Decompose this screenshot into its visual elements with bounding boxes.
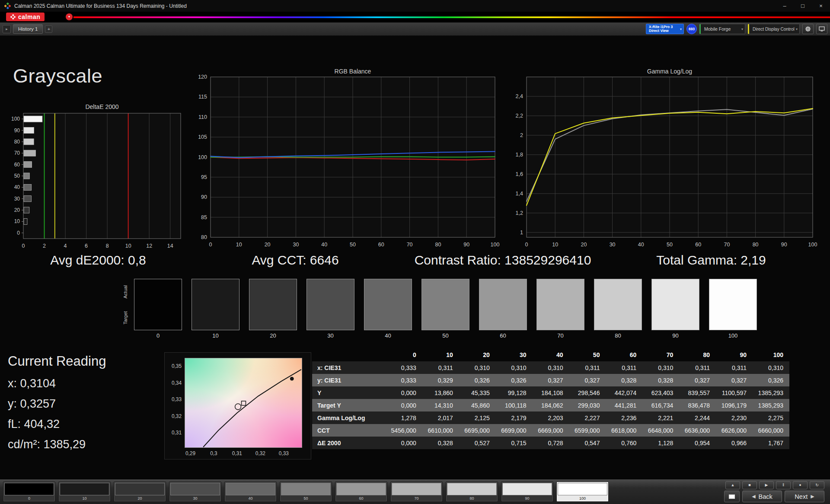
column-header-60: 60 — [606, 348, 642, 361]
svg-text:10: 10 — [552, 242, 558, 248]
svg-text:80: 80 — [753, 242, 759, 248]
pause-icon-button[interactable]: ‖ — [776, 481, 791, 489]
deltae-bar-90 — [24, 128, 34, 134]
table-row: y: CIE310,3330,3290,3260,3260,3270,3270,… — [312, 374, 789, 386]
pattern-window-button[interactable] — [724, 491, 740, 502]
pattern-button-10[interactable]: 10 — [58, 482, 111, 502]
next-arrow-icon: ▶ — [811, 494, 814, 499]
pattern-button-50[interactable]: 50 — [280, 482, 332, 502]
next-button[interactable]: Next ▶ — [785, 491, 824, 502]
table-cell: 299,030 — [569, 399, 606, 411]
pattern-button-40[interactable]: 40 — [224, 482, 277, 502]
table-cell: 0,310 — [642, 361, 679, 374]
patch-level-label: 60 — [479, 332, 527, 339]
svg-text:DeltaE 2000: DeltaE 2000 — [85, 103, 118, 110]
svg-text:12: 12 — [146, 243, 152, 249]
pattern-button-60[interactable]: 60 — [335, 482, 387, 502]
svg-text:80: 80 — [201, 234, 207, 240]
rgb-balance-chart: RGB Balance01020304050607080901001201151… — [192, 67, 508, 256]
pattern-button-70[interactable]: 70 — [390, 482, 443, 502]
svg-text:10: 10 — [125, 243, 131, 249]
reading-cdm2: cd/m²: 1385,29 — [8, 438, 106, 451]
calman-window: Calman 2025 Calman Ultimate for Business… — [0, 0, 830, 504]
svg-text:30: 30 — [293, 242, 299, 248]
table-cell: 6599,000 — [569, 424, 606, 437]
patch-level-label: 50 — [421, 332, 469, 339]
svg-text:100: 100 — [198, 154, 207, 160]
contrast-ratio-readout: Contrast Ratio: 138529296410 — [415, 253, 591, 268]
table-cell: 0,328 — [606, 374, 642, 386]
svg-text:90: 90 — [781, 242, 787, 248]
back-button[interactable]: ◀ Back — [742, 491, 782, 502]
deltae-bar-60 — [24, 162, 32, 168]
table-cell: 2,236 — [606, 411, 642, 424]
eject-icon-button[interactable]: ▲ — [725, 481, 740, 489]
svg-text:1: 1 — [520, 230, 523, 236]
pattern-buttons: 0102030405060708090100 — [3, 482, 609, 502]
svg-text:120: 120 — [198, 74, 207, 80]
svg-text:0: 0 — [209, 242, 212, 248]
svg-text:4: 4 — [64, 243, 67, 249]
svg-text:50: 50 — [350, 242, 356, 248]
svg-text:0,31: 0,31 — [172, 430, 182, 436]
table-cell: 0,527 — [459, 437, 496, 449]
pattern-button-0[interactable]: 0 — [3, 482, 55, 502]
next-label: Next — [795, 493, 808, 500]
pattern-button-30[interactable]: 30 — [169, 482, 221, 502]
svg-text:100: 100 — [491, 242, 500, 248]
svg-text:50: 50 — [667, 242, 673, 248]
table-cell: 298,546 — [569, 386, 606, 399]
pattern-button-90[interactable]: 90 — [501, 482, 553, 502]
pattern-button-20[interactable]: 20 — [114, 482, 166, 502]
grayscale-patch-unit: 20 — [249, 279, 297, 339]
svg-text:1,8: 1,8 — [516, 152, 523, 158]
table-cell: 0,327 — [716, 374, 753, 386]
grayscale-patch-90 — [651, 279, 699, 330]
svg-text:85: 85 — [201, 214, 207, 220]
table-cell: 6626,000 — [716, 424, 753, 437]
pattern-swatch — [115, 483, 165, 495]
pattern-bar: 0102030405060708090100 ▲■▶‖●↻ ◀ Back Nex… — [0, 479, 830, 504]
table-row: ΔE 20000,0000,3280,5270,7150,7280,5470,7… — [312, 437, 789, 449]
table-cell: 0,954 — [679, 437, 716, 449]
grayscale-patch-60 — [479, 279, 527, 330]
svg-text:2: 2 — [520, 132, 523, 138]
play-icon-button[interactable]: ▶ — [759, 481, 774, 489]
pattern-swatch — [226, 483, 275, 495]
table-cell: 0,327 — [533, 374, 569, 386]
deltae-bar-70 — [24, 150, 35, 156]
svg-text:0,35: 0,35 — [172, 363, 182, 369]
svg-text:0: 0 — [22, 243, 25, 249]
table-cell: 442,074 — [606, 386, 642, 399]
repeat-icon-button[interactable]: ↻ — [810, 481, 824, 489]
table-cell: 6699,000 — [496, 424, 533, 437]
total-gamma-readout: Total Gamma: 2,19 — [656, 253, 766, 268]
column-header-40: 40 — [533, 348, 569, 361]
pattern-button-80[interactable]: 80 — [446, 482, 498, 502]
row-label: Gamma Log/Log — [312, 411, 386, 424]
table-cell: 0,310 — [496, 361, 533, 374]
table-cell: 2,230 — [716, 411, 753, 424]
table-cell: 6636,000 — [679, 424, 716, 437]
table-cell: 6648,000 — [642, 424, 679, 437]
svg-text:2: 2 — [43, 243, 46, 249]
table-cell: 0,333 — [386, 374, 422, 386]
grayscale-patch-40 — [364, 279, 412, 330]
deltae-bar-80 — [24, 139, 34, 145]
current-reading-marker — [235, 404, 241, 410]
grayscale-page: Grayscale DeltaE 20001009080706050403020… — [0, 0, 830, 504]
pattern-button-100[interactable]: 100 — [556, 482, 609, 502]
svg-text:105: 105 — [198, 134, 207, 140]
transport-controls: ▲■▶‖●↻ — [725, 481, 824, 489]
pattern-swatch — [281, 483, 331, 495]
actual-row-label: Actual — [122, 279, 129, 305]
svg-text:100: 100 — [808, 242, 817, 248]
stop-icon-button[interactable]: ■ — [742, 481, 757, 489]
patch-level-label: 10 — [192, 332, 239, 339]
svg-text:0,33: 0,33 — [172, 396, 182, 402]
table-cell: 0,000 — [386, 386, 422, 399]
record-icon-button[interactable]: ● — [793, 481, 808, 489]
row-label: Y — [312, 386, 386, 399]
table-cell: 0,329 — [422, 374, 459, 386]
svg-text:0,34: 0,34 — [172, 380, 182, 386]
